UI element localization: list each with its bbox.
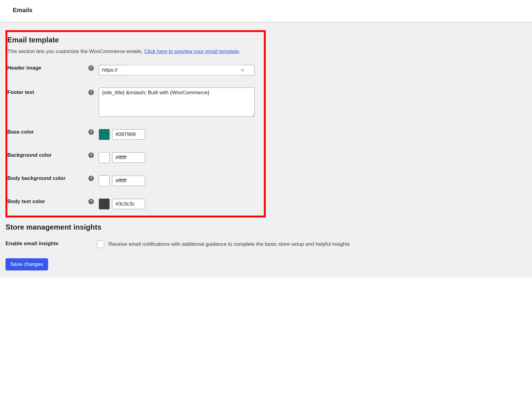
help-icon[interactable]: ?	[88, 152, 94, 158]
email-template-section: Email template This section lets you cus…	[5, 30, 266, 217]
row-background-color: Background color ?	[7, 152, 264, 163]
help-icon[interactable]: ?	[88, 176, 94, 181]
body-bg-color-swatch[interactable]	[99, 175, 110, 186]
preview-template-link[interactable]: Click here to preview your email templat…	[144, 48, 239, 54]
label-base-color: Base color	[7, 129, 34, 135]
enable-insights-description: Receive email notifications with additio…	[108, 241, 350, 247]
section-description: This section lets you customize the WooC…	[7, 48, 264, 55]
body-text-color-input[interactable]	[112, 199, 145, 209]
row-header-image: Header image ?	[7, 65, 264, 75]
section-title-email-template: Email template	[7, 36, 264, 44]
body-bg-color-input[interactable]	[112, 176, 145, 186]
enable-insights-checkbox[interactable]	[97, 241, 104, 248]
help-icon[interactable]: ?	[88, 65, 94, 71]
label-enable-insights: Enable email insights	[5, 241, 59, 247]
save-button[interactable]: Save changes	[5, 258, 48, 270]
body-text-color-swatch[interactable]	[99, 199, 110, 209]
label-body-bg-color: Body background color	[7, 175, 66, 181]
footer-text-input[interactable]	[99, 88, 255, 117]
background-color-swatch[interactable]	[99, 152, 110, 163]
help-icon[interactable]: ?	[88, 199, 94, 204]
row-body-bg-color: Body background color ?	[7, 175, 264, 186]
label-footer-text: Footer text	[7, 89, 34, 95]
redacted-overlay	[126, 66, 242, 75]
section-title-store-insights: Store management insights	[5, 223, 527, 231]
help-icon[interactable]: ?	[88, 129, 94, 135]
background-color-input[interactable]	[112, 152, 145, 163]
row-body-text-color: Body text color ?	[7, 199, 264, 209]
base-color-swatch[interactable]	[99, 129, 110, 140]
description-text: This section lets you customize the WooC…	[7, 48, 144, 54]
tab-bar: Emails	[0, 0, 532, 22]
base-color-input[interactable]	[112, 129, 145, 140]
row-footer-text: Footer text ?	[7, 88, 264, 117]
help-icon[interactable]: ?	[88, 90, 94, 95]
tab-emails[interactable]: Emails	[13, 7, 32, 13]
row-enable-insights: Enable email insights Receive email noti…	[5, 241, 527, 248]
row-base-color: Base color ?	[7, 129, 264, 140]
settings-panel: Email template This section lets you cus…	[0, 22, 532, 278]
label-background-color: Background color	[7, 152, 51, 158]
label-header-image: Header image	[7, 65, 41, 71]
description-suffix: .	[239, 48, 240, 54]
label-body-text-color: Body text color	[7, 199, 45, 205]
